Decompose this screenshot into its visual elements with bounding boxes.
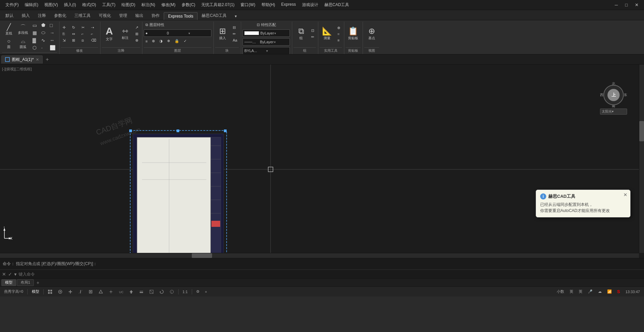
tool-group[interactable]: ⧉ 组 xyxy=(294,26,308,42)
menu-param[interactable]: 参数(C) xyxy=(179,1,198,8)
properties-match[interactable]: ⊡特性匹配 xyxy=(255,22,278,28)
layer-iso[interactable]: ◑ xyxy=(158,38,164,44)
draw-spline[interactable]: ∿ xyxy=(40,37,47,44)
layer-lock[interactable]: 🔒 xyxy=(173,38,181,44)
draw-boundary[interactable]: ⬡ xyxy=(31,44,39,51)
draw-wipeout[interactable]: □ xyxy=(48,22,57,29)
status-annotation-format[interactable]: 小数 xyxy=(555,288,566,295)
util-list[interactable]: ≡ xyxy=(336,38,342,43)
util-id[interactable]: ⊕ xyxy=(336,25,342,31)
layer-freeze[interactable]: ❄ xyxy=(165,38,172,44)
status-lineweight[interactable] xyxy=(137,289,146,295)
cmd-history-icon[interactable]: ▾ xyxy=(14,271,17,278)
group-edit[interactable]: ✏ xyxy=(309,34,316,40)
status-otrack[interactable] xyxy=(107,289,115,295)
layer-match[interactable]: ≡ xyxy=(144,38,149,44)
doc-tab-add[interactable]: + xyxy=(43,55,51,64)
group-ungroup[interactable]: ⊡ xyxy=(309,28,316,33)
tool-arc[interactable]: ⌓ 圆弧 xyxy=(16,38,30,50)
group-modify-label[interactable]: 修改 xyxy=(61,47,98,54)
status-snap[interactable] xyxy=(56,289,65,295)
status-ime[interactable]: 英 xyxy=(577,288,584,295)
draw-ray[interactable]: → xyxy=(48,29,57,36)
status-cloud[interactable]: ☁ xyxy=(596,289,604,294)
status-osnap[interactable] xyxy=(86,289,95,295)
status-selfcycle[interactable] xyxy=(157,289,166,295)
group-clipboard-label[interactable]: 剪贴板 xyxy=(346,47,361,54)
canvas-container[interactable]: [-][俯视][二维线框] CAD自学网 www.cadzxw.com xyxy=(0,65,644,258)
tab-default[interactable]: 默认 xyxy=(1,11,18,20)
cmd-cancel-icon[interactable]: ✕ xyxy=(1,271,7,278)
tool-pline[interactable]: ⌒ 多段线 xyxy=(16,23,30,37)
modify-erase[interactable]: ⌫ xyxy=(89,38,98,43)
tool-text[interactable]: A 文字 xyxy=(102,25,117,43)
tool-circle[interactable]: ○ 圆 xyxy=(2,38,16,50)
menu-view[interactable]: 视图(V) xyxy=(42,1,61,8)
tab-collaborate[interactable]: 协作 xyxy=(147,11,164,20)
layer-tools[interactable]: ⊕ xyxy=(150,38,157,44)
modify-fillet[interactable]: ⌐ xyxy=(80,31,89,37)
layout-tab-add[interactable]: + xyxy=(34,279,41,286)
status-grid[interactable] xyxy=(46,289,54,295)
menu-game[interactable]: 游戏设计 xyxy=(299,1,321,8)
modify-scale[interactable]: ⇲ xyxy=(61,38,70,43)
draw-rect[interactable]: ▭ xyxy=(31,22,39,29)
horizontal-scroll-thumb[interactable] xyxy=(192,253,212,258)
ann-mark[interactable]: ⊗ xyxy=(134,38,140,43)
draw-ellipse[interactable]: ⬭ xyxy=(40,29,47,36)
group-utilities-label[interactable]: 实用工具 xyxy=(320,47,342,54)
status-settings[interactable]: ⚙ xyxy=(194,289,202,294)
status-ortho[interactable] xyxy=(66,289,75,295)
linetype-dropdown[interactable]: ────── ByLayer ▾ xyxy=(243,38,290,46)
status-ucs[interactable]: UCS xyxy=(117,289,125,295)
cmd-confirm-icon[interactable]: ✓ xyxy=(7,271,13,278)
tab-hsi-cad[interactable]: 赫思CAD工具 xyxy=(198,11,230,20)
tool-basepoint[interactable]: ⊕ 基点 xyxy=(364,26,379,42)
block-edit[interactable]: ✏ xyxy=(231,31,239,37)
tab-visualization[interactable]: 可视化 xyxy=(95,11,115,20)
menu-insert[interactable]: 插入(I) xyxy=(61,1,78,8)
modify-copy[interactable]: ⎘ xyxy=(61,31,70,37)
menu-draw[interactable]: 绘图(D) xyxy=(119,1,138,8)
tab-annotation[interactable]: 注释 xyxy=(34,11,50,20)
status-plus[interactable]: + xyxy=(203,289,209,294)
ann-table[interactable]: ⊞ xyxy=(134,31,140,37)
status-scale[interactable]: 1:1 xyxy=(181,289,190,294)
status-wifi[interactable]: 📶 xyxy=(605,289,614,294)
menu-window[interactable]: 窗口(W) xyxy=(238,1,258,8)
menu-toolbox[interactable]: 无忧工具箱2.07(1) xyxy=(199,1,237,8)
vertical-scrollbar[interactable] xyxy=(639,65,644,253)
layout-tab-model[interactable]: 模型 xyxy=(1,279,16,286)
tab-more[interactable]: ▾ xyxy=(231,13,241,20)
minimize-button[interactable]: ─ xyxy=(612,1,621,9)
modify-chamfer[interactable]: ⌐ xyxy=(89,31,98,37)
tool-measure[interactable]: 📐 测量 xyxy=(320,26,335,42)
group-view-label[interactable]: 视图 xyxy=(364,47,379,54)
menu-help[interactable]: 帮助(H) xyxy=(259,1,278,8)
layer-make-current[interactable]: ✓ xyxy=(182,38,188,44)
vertical-scroll-thumb[interactable] xyxy=(639,121,644,141)
menu-format[interactable]: 格式(O) xyxy=(79,1,99,8)
menu-tools[interactable]: 工具(T) xyxy=(99,1,118,8)
layer-dropdown[interactable]: ● 0 ▾ xyxy=(144,29,211,37)
horizontal-scrollbar[interactable] xyxy=(0,253,639,258)
modify-array[interactable]: ⊞ xyxy=(70,38,79,43)
tool-line[interactable]: ╱ 直线 xyxy=(2,23,16,37)
compass-circle[interactable]: 上 xyxy=(603,85,624,105)
doc-tab-close[interactable]: ✕ xyxy=(36,57,39,62)
tab-insert[interactable]: 插入 xyxy=(18,11,34,20)
status-transparency[interactable] xyxy=(147,289,156,295)
menu-hsi[interactable]: 赫思CAD工具 xyxy=(322,1,352,8)
status-app[interactable]: S xyxy=(615,288,622,295)
block-attdef[interactable]: Aa xyxy=(231,38,239,43)
modify-mirror[interactable]: ⇔ xyxy=(70,31,79,37)
draw-region[interactable]: ⬜ xyxy=(48,44,57,51)
draw-polygon[interactable]: ⬟ xyxy=(40,22,47,28)
handle-tm[interactable] xyxy=(177,129,179,132)
tab-3dtools[interactable]: 三维工具 xyxy=(70,11,95,20)
group-layers-label[interactable]: 图层 xyxy=(144,47,211,54)
tab-manage[interactable]: 管理 xyxy=(115,11,131,20)
layout-tab-layout1[interactable]: 布局1 xyxy=(17,279,34,286)
handle-tl[interactable] xyxy=(129,129,132,132)
close-button[interactable]: ✕ xyxy=(632,1,641,9)
